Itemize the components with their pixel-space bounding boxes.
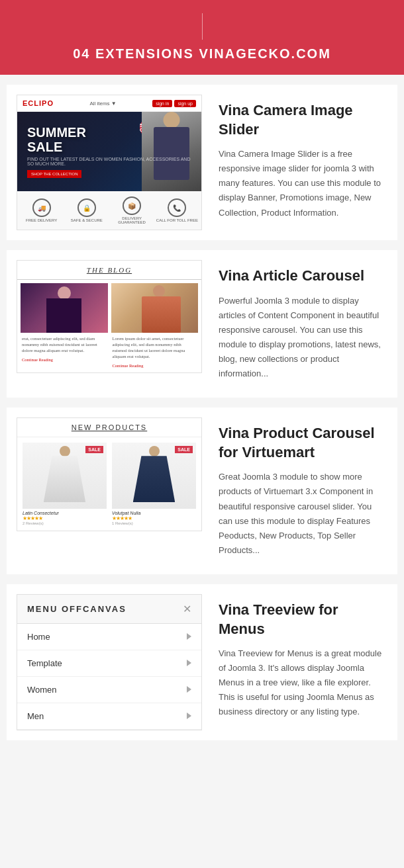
section-treeview: MENU OFFCANVAS ✕ Home Template Women Men… [7, 584, 397, 740]
header: 04 EXTENSIONS VINAGECKO.COM [0, 0, 404, 75]
product-reviews-2: 1 Review(s) [112, 521, 196, 525]
treeview-label-home: Home [27, 632, 50, 642]
icon-feature-delivery: 🚚 FREE DELIVERY [21, 198, 62, 222]
secure-icon: 🔒 [77, 198, 96, 217]
blog-text-1: erat, consectetuer adipiscing elit, sed … [21, 333, 108, 356]
header-title: 04 EXTENSIONS VINAGECKO.COM [0, 46, 404, 62]
arrow-right-template [187, 660, 191, 666]
product-carousel-preview: NEW PRODUCTS SALE Latin Consectetur ★★★★… [17, 417, 202, 531]
treeview-close-icon[interactable]: ✕ [183, 603, 191, 615]
treeview-item-men[interactable]: Men [17, 703, 201, 730]
camera-slider-content: Vina Camera Image Slider Vina Camera Ima… [215, 95, 387, 227]
slider-nav: ECLIPO All items ▼ sign in sign up [17, 95, 201, 112]
blog-thumb-2 [111, 283, 199, 333]
product-stars-1: ★★★★★ [23, 515, 107, 521]
section-camera-slider: ECLIPO All items ▼ sign in sign up SUMME… [7, 85, 397, 240]
treeview-content: Vina Treeview for Menus Vina Treeview fo… [215, 594, 387, 726]
delivery-icon: 🚚 [32, 198, 51, 217]
delivery-label: FREE DELIVERY [26, 218, 57, 222]
guaranteed-icon: 📦 [123, 196, 141, 215]
slider-hero: SUMMER SALE FIND OUT THE LATEST DEALS ON… [17, 112, 201, 191]
product-reviews-1: 2 Review(s) [23, 521, 107, 525]
treeview-label-men: Men [27, 711, 44, 721]
signin-btn[interactable]: sign in [152, 100, 172, 107]
sale-badge-1: SALE [85, 446, 103, 453]
secure-label: SAFE & SECURE [71, 218, 103, 222]
nav-logo: ECLIPO [23, 99, 54, 107]
product-carousel-title: Vina Product Carousel for Virtuemart [219, 424, 384, 462]
arrow-right-men [187, 713, 191, 719]
call-label: CALL FOR TOLL FREE [156, 218, 198, 222]
treeview-title: Vina Treeview for Menus [219, 601, 384, 638]
call-icon: 📞 [168, 198, 186, 217]
camera-slider-desc: Vina Camera Image Slider is a free respo… [219, 147, 384, 220]
product-name-1: Latin Consectetur [23, 511, 107, 515]
product-carousel-content: Vina Product Carousel for Virtuemart Gre… [215, 417, 387, 564]
treeview-label-template: Template [27, 658, 62, 668]
icon-feature-secure: 🔒 SAFE & SECURE [66, 198, 107, 222]
slider-small-text: FIND OUT THE LATEST DEALS ON WOMEN FASHI… [27, 157, 191, 166]
article-carousel-preview: THE BLOG erat, consectetuer adipiscing e… [17, 260, 202, 373]
treeview-item-template[interactable]: Template [17, 650, 201, 677]
nav-link-allitems[interactable]: All items ▼ [89, 101, 116, 107]
treeview-item-home[interactable]: Home [17, 624, 201, 650]
blog-header: THE BLOG [17, 261, 201, 280]
blog-grid: erat, consectetuer adipiscing elit, sed … [17, 280, 201, 372]
sale-badge-2: SALE [175, 446, 193, 453]
slider-tag-line2: SALE [27, 140, 191, 154]
product-name-2: Volutpat Nulla [112, 511, 196, 515]
product-header: NEW PRODUCTS [17, 418, 201, 437]
treeview-header: MENU OFFCANVAS ✕ [17, 595, 201, 624]
treeview-desc: Vina Treeview for Menus is a great modul… [219, 646, 384, 719]
slider-bottom-icons: 🚚 FREE DELIVERY 🔒 SAFE & SECURE 📦 DELIVE… [17, 191, 201, 230]
blog-card-1: erat, consectetuer adipiscing elit, sed … [21, 283, 108, 369]
arrow-right-women [187, 686, 191, 693]
blog-read-more-1[interactable]: Continue Reading [21, 356, 108, 363]
blog-card-2: Lorem ipsum dolor sit amet, consectetuer… [111, 283, 199, 369]
article-carousel-title: Vina Article Carousel [219, 267, 384, 286]
nav-buttons: sign in sign up [152, 100, 196, 107]
treeview-preview: MENU OFFCANVAS ✕ Home Template Women Men [17, 594, 202, 730]
icon-feature-call: 📞 CALL FOR TOLL FREE [156, 198, 198, 222]
slider-cta[interactable]: SHOP THE COLLECTION [27, 170, 81, 178]
section-product-carousel: NEW PRODUCTS SALE Latin Consectetur ★★★★… [7, 408, 397, 574]
treeview-menu: Home Template Women Men [17, 624, 201, 730]
product-card-2: SALE Volutpat Nulla ★★★★★ 1 Review(s) [112, 443, 196, 525]
treeview-item-women[interactable]: Women [17, 677, 201, 703]
product-card-1: SALE Latin Consectetur ★★★★★ 2 Review(s) [23, 443, 107, 525]
treeview-label-women: Women [27, 685, 57, 695]
camera-slider-preview: ECLIPO All items ▼ sign in sign up SUMME… [17, 95, 202, 230]
product-grid: SALE Latin Consectetur ★★★★★ 2 Review(s)… [17, 437, 201, 531]
article-carousel-desc: Powerful Joomla 3 module to display arti… [219, 294, 384, 382]
blog-text-2: Lorem ipsum dolor sit amet, consectetuer… [111, 333, 199, 362]
article-carousel-content: Vina Article Carousel Powerful Joomla 3 … [215, 260, 387, 388]
slider-tag-line1: SUMMER [27, 125, 191, 140]
blog-thumb-1 [21, 283, 108, 333]
arrow-right-home [187, 633, 191, 640]
icon-feature-guaranteed: 📦 DELIVERY GUARANTEED [111, 196, 153, 224]
blog-read-more-2[interactable]: Continue Reading [111, 362, 199, 369]
guaranteed-label: DELIVERY GUARANTEED [111, 216, 153, 224]
section-article-carousel: THE BLOG erat, consectetuer adipiscing e… [7, 250, 397, 398]
signup-btn[interactable]: sign up [174, 100, 196, 107]
product-carousel-desc: Great Joomla 3 module to show more produ… [219, 470, 384, 558]
slider-text-block: SUMMER SALE FIND OUT THE LATEST DEALS ON… [17, 118, 201, 185]
product-stars-2: ★★★★★ [112, 515, 196, 521]
treeview-panel-title: MENU OFFCANVAS [27, 604, 126, 614]
camera-slider-title: Vina Camera Image Slider [219, 101, 384, 139]
nav-links: All items ▼ [89, 101, 116, 107]
